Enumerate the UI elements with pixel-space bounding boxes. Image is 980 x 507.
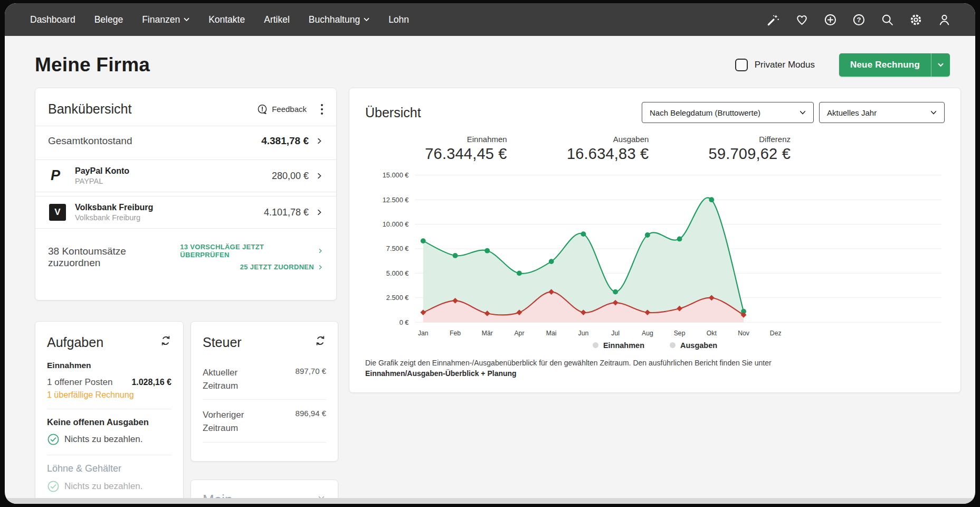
new-invoice-dropdown-toggle[interactable]: [931, 53, 950, 77]
stat-einnahmen: Einnahmen 76.344,45 €: [365, 135, 507, 163]
chevron-right-icon: [315, 208, 324, 217]
account-subtitle: PAYPAL: [75, 177, 129, 185]
user-icon[interactable]: [938, 13, 951, 26]
svg-text:5.000 €: 5.000 €: [386, 269, 409, 277]
overview-title: Übersicht: [365, 105, 421, 120]
legend-ausgaben[interactable]: Ausgaben: [670, 341, 717, 350]
account-name: PayPal Konto: [75, 166, 129, 176]
bank-overview-card: Bankübersicht Feedback Gesamtkontostand …: [35, 88, 337, 301]
search-icon[interactable]: [881, 13, 894, 26]
nav-item-dashboard[interactable]: Dashboard: [30, 14, 75, 25]
tax-current-period-value: 897,70 €: [296, 367, 326, 375]
top-navigation: Dashboard Belege Finanzen Kontakte Artik…: [5, 3, 975, 36]
open-item-row[interactable]: 1 offener Posten 1.028,16 €: [47, 377, 172, 388]
nav-item-artikel[interactable]: Artikel: [264, 14, 290, 25]
svg-text:2.500 €: 2.500 €: [386, 294, 409, 302]
nav-item-lohn[interactable]: Lohn: [388, 14, 409, 25]
bank-account-row-volksbank[interactable]: V Volksbank Freiburg Volksbank Freiburg …: [35, 196, 336, 229]
svg-text:Jan: Jan: [418, 330, 429, 337]
legend-einnahmen[interactable]: Einnahmen: [593, 341, 644, 350]
feedback-icon: [256, 104, 268, 115]
stat-ausgaben: Ausgaben 16.634,83 €: [507, 135, 649, 163]
settings-icon[interactable]: [909, 13, 922, 26]
chevron-right-icon: [317, 248, 324, 254]
svg-text:Mai: Mai: [546, 330, 557, 337]
account-subtitle: Volksbank Freiburg: [75, 213, 153, 222]
svg-text:Okt: Okt: [707, 330, 717, 337]
total-balance-value: 4.381,78 €: [261, 135, 309, 147]
tax-title: Steuer: [203, 335, 242, 350]
svg-text:Nov: Nov: [738, 330, 750, 337]
check-circle-icon: [47, 433, 60, 446]
account-balance: 4.101,78 €: [264, 207, 309, 218]
svg-text:Jun: Jun: [578, 330, 589, 337]
wages-section-header: Löhne & Gehälter: [47, 463, 172, 474]
tasks-card: Aufgaben Einnahmen 1 offener Posten 1.02…: [35, 321, 184, 504]
private-mode-checkbox[interactable]: [735, 59, 748, 71]
overview-stats: Einnahmen 76.344,45 € Ausgaben 16.634,83…: [365, 135, 791, 163]
chevron-down-icon: [930, 110, 937, 115]
heart-icon[interactable]: [795, 13, 808, 26]
tax-card: Steuer Aktueller Zeitraum 897,70 € Vorhe…: [191, 321, 338, 462]
new-invoice-button[interactable]: Neue Rechnung: [839, 53, 950, 77]
nav-item-finanzen[interactable]: Finanzen: [142, 14, 189, 25]
chevron-down-icon: [364, 17, 369, 22]
open-item-value: 1.028,16 €: [131, 378, 172, 387]
plus-circle-icon[interactable]: [824, 13, 837, 26]
overdue-invoice-link[interactable]: 1 überfällige Rechnung: [47, 390, 172, 400]
svg-text:15.000 €: 15.000 €: [383, 171, 409, 179]
magic-wand-icon[interactable]: [767, 13, 780, 26]
chart-footnote-link[interactable]: Einnahmen/Ausgaben-Überblick + Planung: [365, 369, 945, 378]
svg-text:12.500 €: 12.500 €: [383, 196, 409, 204]
paypal-logo: PP: [48, 166, 67, 185]
feedback-button[interactable]: Feedback: [256, 104, 307, 115]
income-section-header: Einnahmen: [47, 361, 172, 370]
refresh-icon[interactable]: [315, 335, 326, 349]
volksbank-logo: V: [48, 203, 67, 222]
kebab-menu-icon[interactable]: [320, 103, 324, 116]
check-circle-icon: [47, 480, 60, 493]
tax-previous-period-value: 896,94 €: [296, 409, 326, 418]
nav-item-kontakte[interactable]: Kontakte: [208, 14, 245, 25]
total-balance-row[interactable]: Gesamtkontostand 4.381,78 €: [35, 126, 336, 156]
period-select[interactable]: Aktuelles Jahr: [819, 102, 945, 123]
header-controls: Privater Modus Neue Rechnung: [735, 53, 950, 77]
svg-text:0 €: 0 €: [399, 318, 409, 326]
nav-icon-group: ?: [767, 13, 951, 26]
assign-transactions-label: 38 Kontoumsätze zuzuordnen: [48, 246, 180, 269]
stat-einnahmen-value: 76.344,45 €: [365, 145, 507, 163]
chart-legend: Einnahmen Ausgaben: [365, 341, 945, 350]
review-suggestions-link[interactable]: 13 VORSCHLÄGE JETZT ÜBERPRÜFEN: [180, 243, 324, 259]
svg-text:Jul: Jul: [611, 330, 620, 337]
nav-item-belege[interactable]: Belege: [94, 14, 123, 25]
legend-dot: [670, 342, 675, 348]
new-invoice-button-label[interactable]: Neue Rechnung: [839, 53, 931, 77]
tasks-title: Aufgaben: [47, 335, 103, 350]
assign-transactions-row: 38 Kontoumsätze zuzuordnen 13 VORSCHLÄGE…: [35, 232, 336, 280]
help-icon[interactable]: ?: [852, 13, 865, 26]
chevron-down-icon: [184, 17, 189, 22]
divider: [47, 455, 172, 455]
total-balance-label: Gesamtkontostand: [48, 135, 132, 147]
viewport-bottom-strip: [5, 498, 975, 504]
chevron-down-icon: [938, 63, 944, 67]
svg-text:Dez: Dez: [770, 330, 782, 337]
overview-card: Übersicht Nach Belegdatum (Bruttowerte) …: [349, 88, 961, 393]
chevron-down-icon: [800, 110, 806, 115]
bank-overview-header: Bankübersicht Feedback: [35, 88, 336, 126]
bank-account-row-paypal[interactable]: PP PayPal Konto PAYPAL 280,00 €: [35, 159, 336, 192]
chevron-right-icon: [315, 137, 324, 145]
refresh-icon[interactable]: [160, 335, 172, 349]
divider: [47, 409, 172, 409]
svg-text:10.000 €: 10.000 €: [383, 220, 409, 228]
stat-ausgaben-value: 16.634,83 €: [507, 145, 649, 163]
nav-menu: Dashboard Belege Finanzen Kontakte Artik…: [30, 14, 409, 25]
svg-text:Feb: Feb: [450, 330, 461, 337]
svg-text:?: ?: [857, 15, 861, 23]
nav-item-buchhaltung[interactable]: Buchhaltung: [309, 14, 369, 25]
svg-text:Sep: Sep: [674, 330, 686, 337]
assign-now-link[interactable]: 25 JETZT ZUORDNEN: [240, 263, 324, 271]
value-basis-select[interactable]: Nach Belegdatum (Bruttowerte): [642, 102, 814, 123]
overview-chart: 15.000 €12.500 €10.000 €7.500 €5.000 €2.…: [365, 169, 945, 340]
svg-text:Apr: Apr: [514, 330, 524, 337]
